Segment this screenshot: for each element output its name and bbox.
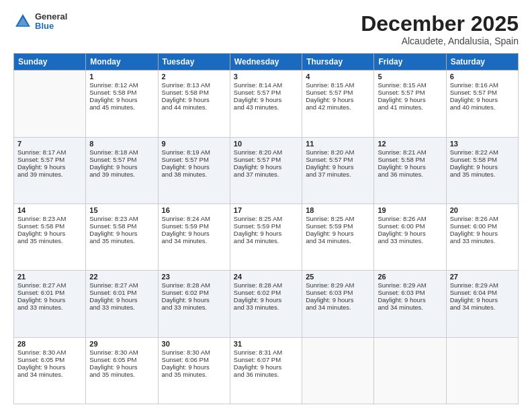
calendar-cell: 18Sunrise: 8:25 AMSunset: 5:59 PMDayligh… (302, 203, 374, 270)
day-detail: Sunset: 6:06 PM (162, 356, 226, 363)
day-detail: Sunset: 6:02 PM (162, 289, 226, 296)
day-number: 14 (17, 206, 82, 214)
day-detail: Sunset: 5:58 PM (162, 89, 226, 96)
weekday-header: Monday (86, 54, 158, 71)
calendar-week-row: 1Sunrise: 8:12 AMSunset: 5:58 PMDaylight… (14, 71, 519, 137)
logo: General Blue (13, 12, 67, 32)
day-detail: and 35 minutes. (89, 371, 154, 378)
day-detail: Sunrise: 8:30 AM (162, 349, 226, 356)
calendar-cell: 29Sunrise: 8:30 AMSunset: 6:05 PMDayligh… (86, 337, 158, 404)
day-detail: Sunset: 5:57 PM (162, 156, 226, 163)
day-detail: and 34 minutes. (450, 304, 515, 311)
day-number: 27 (450, 273, 515, 281)
day-number: 10 (234, 140, 298, 148)
day-detail: Daylight: 9 hours (306, 296, 370, 304)
day-detail: Daylight: 9 hours (162, 96, 226, 103)
day-detail: Daylight: 9 hours (162, 163, 226, 171)
day-number: 28 (17, 340, 82, 348)
day-detail: and 35 minutes. (162, 371, 226, 378)
calendar-cell: 20Sunrise: 8:26 AMSunset: 6:00 PMDayligh… (446, 203, 518, 270)
calendar-cell: 17Sunrise: 8:25 AMSunset: 5:59 PMDayligh… (230, 203, 302, 270)
day-detail: Sunset: 6:00 PM (378, 222, 442, 230)
day-detail: Sunrise: 8:18 AM (89, 148, 154, 156)
day-detail: Sunrise: 8:30 AM (17, 349, 82, 356)
day-detail: and 33 minutes. (162, 304, 226, 311)
day-detail: and 42 minutes. (306, 103, 370, 111)
day-detail: Sunset: 6:05 PM (17, 356, 82, 363)
day-number: 26 (378, 273, 442, 281)
day-number: 30 (162, 340, 226, 348)
day-detail: and 45 minutes. (89, 103, 154, 111)
day-detail: Sunrise: 8:27 AM (89, 281, 154, 289)
day-detail: Sunset: 5:58 PM (450, 156, 515, 163)
day-number: 8 (89, 140, 154, 148)
day-number: 18 (306, 206, 370, 214)
calendar-cell: 7Sunrise: 8:17 AMSunset: 5:57 PMDaylight… (14, 137, 86, 203)
day-detail: Sunset: 6:07 PM (234, 356, 298, 363)
day-detail: and 33 minutes. (17, 304, 82, 311)
calendar-cell: 3Sunrise: 8:14 AMSunset: 5:57 PMDaylight… (230, 71, 302, 137)
day-detail: Sunrise: 8:30 AM (89, 349, 154, 356)
calendar-cell: 9Sunrise: 8:19 AMSunset: 5:57 PMDaylight… (158, 137, 230, 203)
day-detail: Sunset: 6:01 PM (89, 289, 154, 296)
day-detail: and 44 minutes. (162, 103, 226, 111)
calendar-week-row: 28Sunrise: 8:30 AMSunset: 6:05 PMDayligh… (14, 337, 519, 404)
day-detail: Daylight: 9 hours (234, 96, 298, 103)
day-detail: Daylight: 9 hours (450, 230, 515, 237)
day-detail: Daylight: 9 hours (450, 96, 515, 103)
day-detail: Daylight: 9 hours (234, 363, 298, 371)
day-detail: and 36 minutes. (378, 171, 442, 178)
day-detail: Sunset: 6:04 PM (450, 289, 515, 296)
day-detail: Daylight: 9 hours (17, 163, 82, 171)
day-number: 15 (89, 206, 154, 214)
day-detail: Sunrise: 8:25 AM (234, 215, 298, 222)
day-detail: Daylight: 9 hours (234, 230, 298, 237)
day-detail: Sunset: 6:05 PM (89, 356, 154, 363)
day-detail: Sunset: 5:57 PM (17, 156, 82, 163)
day-detail: Daylight: 9 hours (378, 96, 442, 103)
calendar-cell (14, 71, 86, 137)
day-detail: Sunset: 5:57 PM (378, 89, 442, 96)
day-detail: Sunrise: 8:29 AM (450, 281, 515, 289)
day-detail: Sunset: 6:03 PM (306, 289, 370, 296)
month-title: December 2025 (361, 12, 519, 36)
day-detail: Sunset: 5:58 PM (89, 222, 154, 230)
calendar-cell: 6Sunrise: 8:16 AMSunset: 5:57 PMDaylight… (446, 71, 518, 137)
calendar: SundayMondayTuesdayWednesdayThursdayFrid… (13, 53, 519, 404)
calendar-week-row: 7Sunrise: 8:17 AMSunset: 5:57 PMDaylight… (14, 137, 519, 203)
day-detail: Sunrise: 8:14 AM (234, 81, 298, 89)
calendar-cell: 28Sunrise: 8:30 AMSunset: 6:05 PMDayligh… (14, 337, 86, 404)
day-detail: Sunrise: 8:16 AM (450, 81, 515, 89)
weekday-header: Sunday (14, 54, 86, 71)
calendar-cell: 8Sunrise: 8:18 AMSunset: 5:57 PMDaylight… (86, 137, 158, 203)
day-detail: Sunset: 6:01 PM (17, 289, 82, 296)
day-detail: and 38 minutes. (162, 171, 226, 178)
day-detail: Sunrise: 8:15 AM (306, 81, 370, 89)
day-detail: Sunrise: 8:21 AM (378, 148, 442, 156)
logo-blue: Blue (35, 21, 67, 31)
calendar-week-row: 14Sunrise: 8:23 AMSunset: 5:58 PMDayligh… (14, 203, 519, 270)
day-detail: Daylight: 9 hours (17, 363, 82, 371)
day-number: 19 (378, 206, 442, 214)
calendar-cell: 4Sunrise: 8:15 AMSunset: 5:57 PMDaylight… (302, 71, 374, 137)
day-detail: and 33 minutes. (378, 237, 442, 244)
calendar-cell: 5Sunrise: 8:15 AMSunset: 5:57 PMDaylight… (374, 71, 446, 137)
logo-icon (13, 12, 32, 31)
calendar-cell: 30Sunrise: 8:30 AMSunset: 6:06 PMDayligh… (158, 337, 230, 404)
calendar-cell: 12Sunrise: 8:21 AMSunset: 5:58 PMDayligh… (374, 137, 446, 203)
day-detail: and 36 minutes. (234, 371, 298, 378)
calendar-cell: 1Sunrise: 8:12 AMSunset: 5:58 PMDaylight… (86, 71, 158, 137)
day-number: 29 (89, 340, 154, 348)
calendar-cell: 24Sunrise: 8:28 AMSunset: 6:02 PMDayligh… (230, 271, 302, 337)
day-detail: and 39 minutes. (89, 171, 154, 178)
day-number: 4 (306, 73, 370, 81)
day-detail: Sunset: 6:00 PM (450, 222, 515, 230)
day-number: 25 (306, 273, 370, 281)
day-detail: and 39 minutes. (17, 171, 82, 178)
day-detail: Daylight: 9 hours (17, 230, 82, 237)
day-detail: Sunrise: 8:25 AM (306, 215, 370, 222)
calendar-cell: 13Sunrise: 8:22 AMSunset: 5:58 PMDayligh… (446, 137, 518, 203)
day-detail: Sunset: 5:58 PM (378, 156, 442, 163)
calendar-cell: 26Sunrise: 8:29 AMSunset: 6:03 PMDayligh… (374, 271, 446, 337)
day-number: 2 (162, 73, 226, 81)
